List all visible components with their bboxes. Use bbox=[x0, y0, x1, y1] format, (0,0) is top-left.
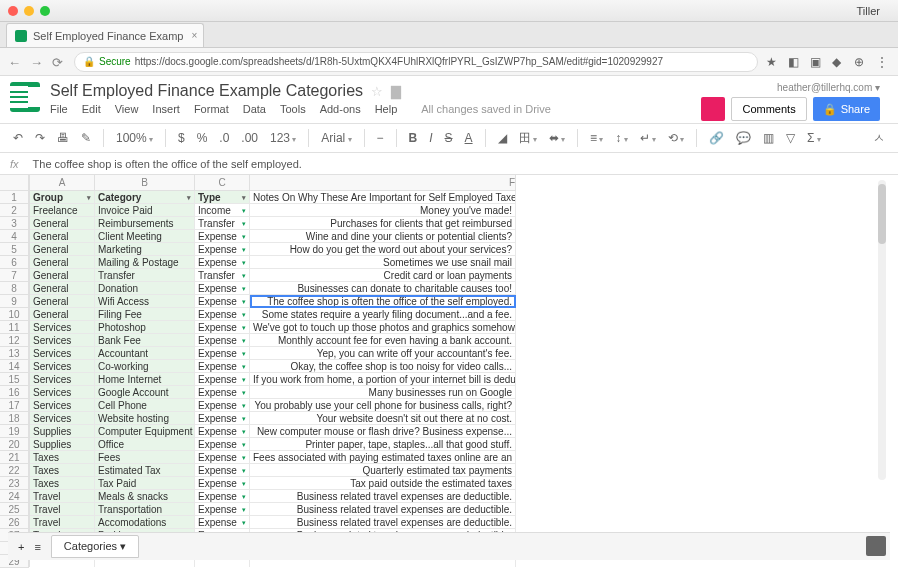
cell[interactable]: General bbox=[30, 230, 95, 243]
cell[interactable]: General bbox=[30, 282, 95, 295]
number-format-select[interactable]: 123 bbox=[267, 131, 299, 145]
cell[interactable]: Meals & snacks bbox=[95, 490, 195, 503]
cell[interactable]: Purchases for clients that get reimburse… bbox=[250, 217, 516, 230]
folder-icon[interactable]: ▇ bbox=[391, 84, 401, 99]
row-header[interactable]: 6 bbox=[0, 256, 29, 269]
cell[interactable]: Credit card or loan payments bbox=[250, 269, 516, 282]
filter-icon[interactable]: ▽ bbox=[783, 131, 798, 145]
cell[interactable]: Transfer bbox=[195, 269, 250, 282]
close-tab-icon[interactable]: × bbox=[192, 30, 198, 41]
cell[interactable]: Expense bbox=[195, 425, 250, 438]
row-header[interactable]: 25 bbox=[0, 503, 29, 516]
col-header[interactable]: F bbox=[250, 175, 516, 191]
percent-button[interactable]: % bbox=[194, 131, 211, 145]
row-header[interactable]: 7 bbox=[0, 269, 29, 282]
cell[interactable]: Cell Phone bbox=[95, 399, 195, 412]
menu-edit[interactable]: Edit bbox=[82, 103, 101, 115]
borders-icon[interactable]: 田 bbox=[516, 130, 540, 147]
cell[interactable]: Supplies bbox=[30, 425, 95, 438]
paint-format-icon[interactable]: ✎ bbox=[78, 131, 94, 145]
cell[interactable]: Expense bbox=[195, 490, 250, 503]
cell[interactable]: Expense bbox=[195, 464, 250, 477]
cell[interactable]: Expense bbox=[195, 347, 250, 360]
cell[interactable]: Marketing bbox=[95, 243, 195, 256]
menu-format[interactable]: Format bbox=[194, 103, 229, 115]
scroll-thumb[interactable] bbox=[878, 184, 886, 244]
row-header[interactable]: 1 bbox=[0, 191, 29, 204]
extension-icon[interactable]: ⊕ bbox=[854, 55, 868, 69]
chart-icon[interactable]: ▥ bbox=[760, 131, 777, 145]
cell[interactable]: Services bbox=[30, 347, 95, 360]
select-all-corner[interactable] bbox=[0, 175, 29, 191]
redo-icon[interactable]: ↷ bbox=[32, 131, 48, 145]
row-header[interactable]: 12 bbox=[0, 334, 29, 347]
cell[interactable]: Home Internet bbox=[95, 373, 195, 386]
cell[interactable]: Expense bbox=[195, 295, 250, 308]
document-title[interactable]: Self Employed Finance Example Categories bbox=[50, 82, 363, 100]
wrap-icon[interactable]: ↵ bbox=[637, 131, 659, 145]
cell[interactable]: Expense bbox=[195, 243, 250, 256]
italic-button[interactable]: I bbox=[426, 131, 435, 145]
cell[interactable]: Expense bbox=[195, 360, 250, 373]
cell[interactable]: Yep, you can write off your accountant's… bbox=[250, 347, 516, 360]
cell[interactable]: Travel bbox=[30, 516, 95, 529]
star-icon[interactable]: ☆ bbox=[371, 84, 383, 99]
header-cell[interactable]: Type bbox=[195, 191, 250, 204]
minimize-window-icon[interactable] bbox=[24, 6, 34, 16]
cell[interactable]: Fees associated with paying estimated ta… bbox=[250, 451, 516, 464]
cell[interactable]: Services bbox=[30, 412, 95, 425]
cell[interactable]: Services bbox=[30, 399, 95, 412]
row-header[interactable]: 17 bbox=[0, 399, 29, 412]
row-header[interactable]: 2 bbox=[0, 204, 29, 217]
cell[interactable]: Fees bbox=[95, 451, 195, 464]
cell[interactable]: Taxes bbox=[30, 464, 95, 477]
cell[interactable]: Office bbox=[95, 438, 195, 451]
cell[interactable]: Co-working bbox=[95, 360, 195, 373]
cell[interactable]: General bbox=[30, 256, 95, 269]
col-header[interactable]: B bbox=[95, 175, 195, 191]
row-header[interactable]: 22 bbox=[0, 464, 29, 477]
cell[interactable]: Client Meeting bbox=[95, 230, 195, 243]
print-icon[interactable]: 🖶 bbox=[54, 131, 72, 145]
cell[interactable]: Quarterly estimated tax payments bbox=[250, 464, 516, 477]
cell[interactable]: How do you get the word out about your s… bbox=[250, 243, 516, 256]
row-header[interactable]: 21 bbox=[0, 451, 29, 464]
collapse-toolbar-icon[interactable]: ㅅ bbox=[870, 130, 888, 147]
forward-icon[interactable]: → bbox=[30, 55, 44, 69]
cell[interactable]: Income bbox=[195, 204, 250, 217]
header-cell[interactable]: Notes On Why These Are Important for Sel… bbox=[250, 191, 516, 204]
cell[interactable]: Google Account bbox=[95, 386, 195, 399]
text-color-button[interactable]: A bbox=[462, 131, 476, 145]
menu-tools[interactable]: Tools bbox=[280, 103, 306, 115]
explore-icon[interactable] bbox=[866, 536, 886, 556]
cell[interactable]: Accomodations bbox=[95, 516, 195, 529]
row-header[interactable]: 8 bbox=[0, 282, 29, 295]
cell[interactable]: Sometimes we use snail mail bbox=[250, 256, 516, 269]
cell[interactable]: Tax Paid bbox=[95, 477, 195, 490]
cell[interactable]: General bbox=[30, 295, 95, 308]
row-header[interactable]: 14 bbox=[0, 360, 29, 373]
cell[interactable]: Your website doesn't sit out there at no… bbox=[250, 412, 516, 425]
cell[interactable]: Transportation bbox=[95, 503, 195, 516]
col-header[interactable]: C bbox=[195, 175, 250, 191]
sheet-tab[interactable]: Categories ▾ bbox=[51, 535, 139, 558]
row-header[interactable]: 11 bbox=[0, 321, 29, 334]
dec-decrease-button[interactable]: .0 bbox=[216, 131, 232, 145]
cell[interactable]: Expense bbox=[195, 230, 250, 243]
cell[interactable]: Many businesses run on Google bbox=[250, 386, 516, 399]
cell[interactable]: Wifi Access bbox=[95, 295, 195, 308]
extension-icon[interactable]: ▣ bbox=[810, 55, 824, 69]
cell[interactable]: Travel bbox=[30, 490, 95, 503]
cell[interactable]: Bank Fee bbox=[95, 334, 195, 347]
cell[interactable]: The coffee shop is often the office of t… bbox=[250, 295, 516, 308]
cell[interactable]: Travel bbox=[30, 503, 95, 516]
link-icon[interactable]: 🔗 bbox=[706, 131, 727, 145]
menu-addons[interactable]: Add-ons bbox=[320, 103, 361, 115]
cell[interactable]: Business related travel expenses are ded… bbox=[250, 490, 516, 503]
cell[interactable]: Donation bbox=[95, 282, 195, 295]
row-header[interactable]: 16 bbox=[0, 386, 29, 399]
url-input[interactable]: 🔒 Secure https://docs.google.com/spreads… bbox=[74, 52, 758, 72]
comments-button[interactable]: Comments bbox=[731, 97, 806, 121]
halign-icon[interactable]: ≡ bbox=[587, 131, 606, 145]
cell[interactable]: Expense bbox=[195, 334, 250, 347]
